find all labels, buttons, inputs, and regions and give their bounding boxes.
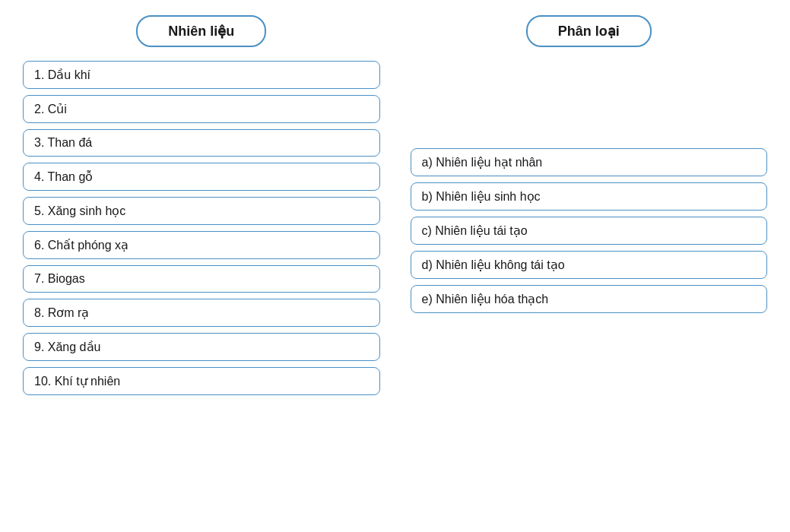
right-item-1[interactable]: a) Nhiên liệu hạt nhân [411,148,768,176]
left-item-7[interactable]: 7. Biogas [23,265,380,293]
left-item-5[interactable]: 5. Xăng sinh học [23,197,380,225]
left-items-list: 1. Dầu khí2. Củi3. Than đá4. Than gỗ5. X… [23,61,380,395]
left-item-2[interactable]: 2. Củi [23,95,380,123]
right-items-list: a) Nhiên liệu hạt nhânb) Nhiên liệu sinh… [411,148,768,313]
left-item-9[interactable]: 9. Xăng dầu [23,333,380,361]
left-column-header: Nhiên liệu [136,15,266,47]
right-item-4[interactable]: d) Nhiên liệu không tái tạo [411,251,768,279]
left-item-10[interactable]: 10. Khí tự nhiên [23,367,380,395]
left-column: Nhiên liệu 1. Dầu khí2. Củi3. Than đá4. … [23,15,380,517]
right-item-3[interactable]: c) Nhiên liệu tái tạo [411,217,768,245]
left-item-3[interactable]: 3. Than đá [23,129,380,157]
right-column-title: Phân loại [558,24,620,39]
right-column-header: Phân loại [526,15,652,47]
left-column-title: Nhiên liệu [168,24,234,39]
main-container: Nhiên liệu 1. Dầu khí2. Củi3. Than đá4. … [0,0,790,532]
right-item-2[interactable]: b) Nhiên liệu sinh học [411,182,768,211]
left-item-4[interactable]: 4. Than gỗ [23,163,380,191]
left-item-1[interactable]: 1. Dầu khí [23,61,380,89]
left-item-6[interactable]: 6. Chất phóng xạ [23,231,380,259]
right-item-5[interactable]: e) Nhiên liệu hóa thạch [411,285,768,313]
right-column: Phân loại a) Nhiên liệu hạt nhânb) Nhiên… [411,15,768,517]
left-item-8[interactable]: 8. Rơm rạ [23,299,380,327]
